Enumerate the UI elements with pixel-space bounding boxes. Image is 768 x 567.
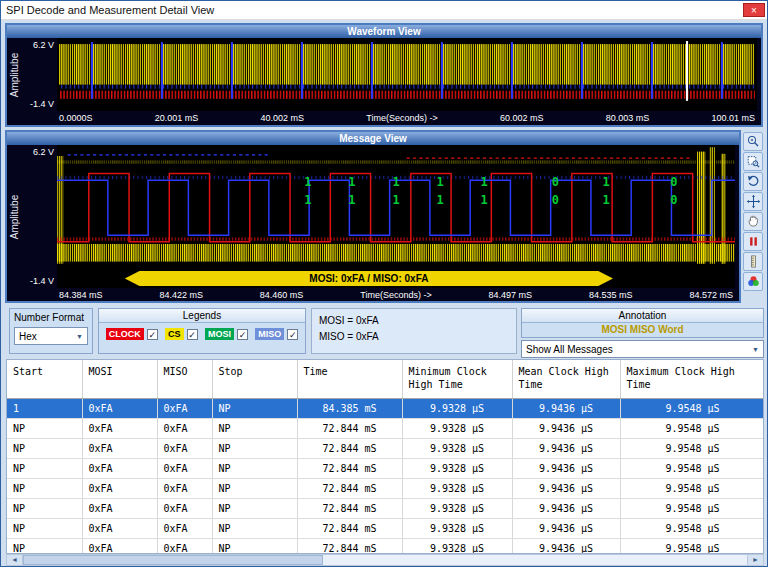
word-annotation-text: MOSI: 0xFA / MISO: 0xFA xyxy=(309,273,428,284)
y-min-tick: -1.4 V xyxy=(30,99,54,109)
table-cell: 9.9328 µS xyxy=(402,539,512,555)
bit-annotation: 00 xyxy=(670,173,677,209)
pause-icon xyxy=(746,234,761,249)
decoded-value-box: MOSI = 0xFA MISO = 0xFA xyxy=(311,308,517,354)
scroll-left-button[interactable]: ◄ xyxy=(7,555,23,565)
color-wheel-icon xyxy=(746,274,761,289)
number-format-select[interactable]: Hex ▼ xyxy=(14,327,88,345)
table-cell: 9.9548 µS xyxy=(620,439,764,459)
table-cell: NP xyxy=(7,439,82,459)
y-max-tick: 6.2 V xyxy=(33,40,54,50)
hand-button[interactable] xyxy=(743,212,763,231)
table-row[interactable]: NP0xFA0xFANP72.844 mS9.9328 µS9.9436 µS9… xyxy=(7,499,764,519)
x-tick: 80.003 mS xyxy=(606,113,650,123)
zoom-region-button[interactable] xyxy=(743,152,763,171)
close-button[interactable]: × xyxy=(743,3,765,17)
table-cell: 9.9436 µS xyxy=(512,519,620,539)
bit-annotation: 00 xyxy=(552,173,559,209)
message-filter-select[interactable]: Show All Messages ▼ xyxy=(521,340,764,358)
titlebar[interactable]: SPI Decode and Measurement Detail View × xyxy=(1,1,767,20)
column-header: Start xyxy=(7,360,82,399)
table-cell: 9.9548 µS xyxy=(620,539,764,555)
x-tick: 100.01 mS xyxy=(711,113,755,123)
table-cell: 0xFA xyxy=(157,519,212,539)
table-cell: 0xFA xyxy=(157,459,212,479)
pause-button[interactable] xyxy=(743,232,763,251)
table-cell: 9.9548 µS xyxy=(620,519,764,539)
column-header: Time xyxy=(297,360,402,399)
table-cell: 72.844 mS xyxy=(297,479,402,499)
table-cell: 0xFA xyxy=(157,499,212,519)
plot-toolbar xyxy=(743,132,767,291)
x-tick: 84.422 mS xyxy=(159,290,203,300)
table-cell: NP xyxy=(212,519,297,539)
clock-checkbox[interactable]: ✓ xyxy=(147,329,158,340)
waveform-view-panel: Waveform View Amplitube 6.2 V -1.4 V xyxy=(5,23,763,127)
bit-annotation: 11 xyxy=(348,173,355,209)
table-cell: 0xFA xyxy=(157,399,212,419)
chevron-down-icon: ▼ xyxy=(76,333,83,340)
pan-icon xyxy=(746,194,761,209)
annotation-title: Annotation xyxy=(522,309,763,323)
table-cell: 9.9328 µS xyxy=(402,439,512,459)
table-row[interactable]: NP0xFA0xFANP72.844 mS9.9328 µS9.9436 µS9… xyxy=(7,419,764,439)
column-header: Minimum Clock High Time xyxy=(402,360,512,399)
message-x-axis: 84.384 mS84.422 mS84.460 mSTime(Seconds)… xyxy=(7,288,739,300)
table-cell: 72.844 mS xyxy=(297,519,402,539)
mosi-checkbox[interactable]: ✓ xyxy=(237,329,248,340)
message-plot[interactable]: MOSI: 0xFA / MISO: 0xFA 1111111111001100 xyxy=(57,145,735,288)
x-tick: 60.002 mS xyxy=(500,113,544,123)
waveform-plot[interactable] xyxy=(57,38,757,111)
table-cell: NP xyxy=(212,439,297,459)
number-format-group: Number Format Hex ▼ xyxy=(9,308,93,354)
table-cell: 0xFA xyxy=(82,499,157,519)
color-wheel-button[interactable] xyxy=(743,272,763,291)
table-cell: 9.9436 µS xyxy=(512,399,620,419)
table-cell: 9.9436 µS xyxy=(512,439,620,459)
scroll-right-icon: ► xyxy=(752,556,759,563)
table-cell: 9.9436 µS xyxy=(512,479,620,499)
table-cell: NP xyxy=(212,399,297,419)
y-min-tick: -1.4 V xyxy=(30,276,54,286)
hand-icon xyxy=(746,214,761,229)
table-row[interactable]: NP0xFA0xFANP72.844 mS9.9328 µS9.9436 µS9… xyxy=(7,459,764,479)
table-row[interactable]: 10xFA0xFANP84.385 mS9.9328 µS9.9436 µS9.… xyxy=(7,399,764,419)
table-cell: 0xFA xyxy=(157,539,212,555)
y-max-tick: 6.2 V xyxy=(33,147,54,157)
x-axis-label: Time(Seconds) -> xyxy=(366,113,437,123)
horizontal-scrollbar[interactable]: ◄ ► xyxy=(6,554,764,566)
table-row[interactable]: NP0xFA0xFANP72.844 mS9.9328 µS9.9436 µS9… xyxy=(7,479,764,499)
zoom-region-icon xyxy=(746,154,761,169)
annotation-value: MOSI MISO Word xyxy=(522,323,763,335)
window-title: SPI Decode and Measurement Detail View xyxy=(6,4,214,16)
table-row[interactable]: NP0xFA0xFANP72.844 mS9.9328 µS9.9436 µS9… xyxy=(7,539,764,555)
column-header: MISO xyxy=(157,360,212,399)
word-annotation-banner: MOSI: 0xFA / MISO: 0xFA xyxy=(125,271,613,286)
undo-button[interactable] xyxy=(743,172,763,191)
ruler-icon xyxy=(746,254,761,269)
zoom-in-button[interactable] xyxy=(743,132,763,151)
table-cell: NP xyxy=(7,479,82,499)
miso-checkbox[interactable]: ✓ xyxy=(287,329,298,340)
scroll-thumb[interactable] xyxy=(23,555,323,565)
table-cell: 0xFA xyxy=(157,439,212,459)
message-waveform-svg xyxy=(57,145,735,288)
table-cell: 0xFA xyxy=(157,419,212,439)
number-format-value: Hex xyxy=(19,331,37,342)
scroll-right-button[interactable]: ► xyxy=(747,555,763,565)
bit-annotation: 11 xyxy=(481,173,488,209)
ruler-button[interactable] xyxy=(743,252,763,271)
table-row[interactable]: NP0xFA0xFANP72.844 mS9.9328 µS9.9436 µS9… xyxy=(7,439,764,459)
column-header: Mean Clock High Time xyxy=(512,360,620,399)
annotation-group: Annotation MOSI MISO Word xyxy=(521,308,764,338)
table-cell: 0xFA xyxy=(82,459,157,479)
legend-chip-cs: CS xyxy=(165,328,184,340)
waveform-y-ticks: 6.2 V -1.4 V xyxy=(21,38,57,111)
cs-checkbox[interactable]: ✓ xyxy=(187,329,198,340)
table-cell: 9.9548 µS xyxy=(620,419,764,439)
table-cell: 84.385 mS xyxy=(297,399,402,419)
pan-button[interactable] xyxy=(743,192,763,211)
table-cell: 9.9328 µS xyxy=(402,479,512,499)
table-row[interactable]: NP0xFA0xFANP72.844 mS9.9328 µS9.9436 µS9… xyxy=(7,519,764,539)
miso-decoded-value: MISO = 0xFA xyxy=(319,329,509,345)
